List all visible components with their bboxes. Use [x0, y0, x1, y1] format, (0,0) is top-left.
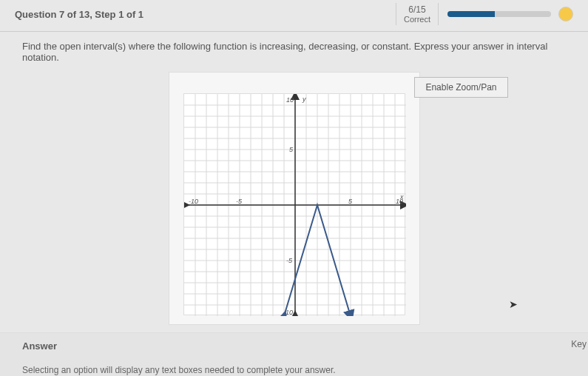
- question-title: Question 7 of 13, Step 1 of 1: [15, 9, 143, 20]
- progress-fill: [447, 11, 495, 17]
- score-box: 6/15 Correct: [396, 3, 439, 25]
- answer-label: Answer: [22, 340, 566, 352]
- tick-x5: 5: [348, 198, 353, 205]
- question-header: Question 7 of 13, Step 1 of 1 6/15 Corre…: [0, 0, 588, 32]
- tick-y10: 10: [286, 96, 294, 104]
- question-prompt: Find the open interval(s) where the foll…: [0, 32, 588, 69]
- tick-yneg5: -5: [286, 257, 293, 264]
- zoom-pan-button[interactable]: Enable Zoom/Pan: [414, 77, 507, 98]
- key-label[interactable]: Key: [571, 339, 587, 349]
- graph-panel: Enable Zoom/Pan: [169, 72, 420, 325]
- graph-area: Enable Zoom/Pan: [0, 69, 588, 332]
- badge-icon: [558, 7, 573, 21]
- tick-xneg5: -5: [236, 198, 243, 205]
- x-axis-label: x: [399, 193, 404, 201]
- answer-hint: Selecting an option will display any tex…: [22, 365, 566, 375]
- score-label: Correct: [404, 15, 430, 24]
- cursor-icon: ➤: [509, 298, 518, 310]
- chart-svg: -10 -5 5 10 10 5 -5 -10 y x: [184, 94, 406, 316]
- graph-canvas[interactable]: -10 -5 5 10 10 5 -5 -10 y x: [183, 93, 405, 315]
- answer-section: Answer Selecting an option will display …: [0, 332, 588, 376]
- progress-bar: [447, 11, 551, 17]
- y-axis-label: y: [302, 95, 306, 103]
- score-fraction: 6/15: [404, 4, 430, 15]
- tick-xneg10: -10: [189, 198, 198, 205]
